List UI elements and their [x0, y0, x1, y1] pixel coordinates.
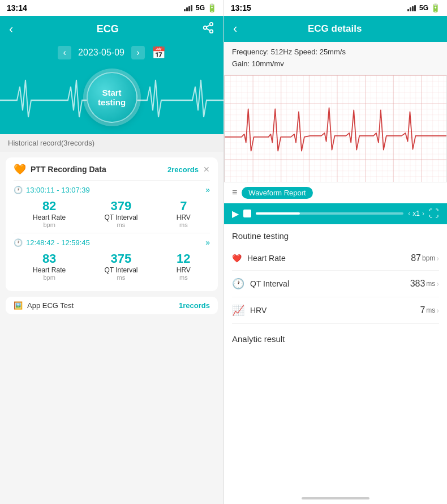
right-signal-bars — [407, 5, 416, 11]
left-battery-icon: 🔋 — [207, 3, 217, 12]
date-display: 2023-05-09 — [78, 48, 124, 58]
speed-prev-button[interactable]: ‹ — [408, 210, 410, 217]
speed-control: ‹ x1 › — [408, 210, 424, 217]
left-panel: 13:14 5G 🔋 ‹ ECG ‹ 2023-05-09 › 📅 — [0, 0, 224, 504]
ecg-info-line1: Frequency: 512Hz Speed: 25mm/s — [232, 46, 439, 58]
signal-bar-4 — [191, 5, 192, 11]
hrv-chevron: › — [436, 306, 439, 315]
hr-metric-2: 83 Heart Rate bpm — [33, 251, 66, 281]
qt-value-1: 379 — [104, 199, 137, 213]
right-battery-icon: 🔋 — [431, 3, 440, 12]
hrv-metric-1: 7 HRV ms — [177, 199, 191, 228]
hrv-metric-2: 12 HRV ms — [177, 251, 191, 281]
playback-bar: ▶ ‹ x1 › ⛶ — [224, 203, 447, 224]
record-time-row-2[interactable]: 🕐 12:48:42 - 12:59:45 » — [14, 238, 210, 247]
metrics-row-1: 82 Heart Rate bpm 379 QT Interval ms 7 H… — [14, 199, 210, 228]
date-prev-button[interactable]: ‹ — [58, 46, 71, 59]
start-btn-line1: Start — [102, 88, 121, 97]
stop-button[interactable] — [243, 210, 251, 217]
heart-rate-label: Heart Rate — [247, 254, 286, 263]
app-ecg-header: 🖼️ App ECG Test 1records — [14, 301, 210, 310]
ecg-info: Frequency: 512Hz Speed: 25mm/s Gain: 10m… — [224, 42, 447, 75]
entry1-chevron: » — [205, 185, 210, 194]
left-header: ‹ ECG — [0, 16, 224, 42]
routine-title: Routine testing — [232, 231, 439, 241]
home-indicator — [302, 497, 369, 499]
play-button[interactable]: ▶ — [232, 208, 239, 219]
ptt-title-label: PTT Recording Data — [31, 165, 106, 174]
left-time: 13:14 — [7, 3, 27, 12]
qt-metric-2: 375 QT Interval ms — [104, 251, 137, 281]
ptt-count-row: 2records ✕ — [167, 165, 210, 174]
start-testing-button[interactable]: Start testing — [87, 72, 137, 123]
hrv-label: HRV — [250, 306, 267, 315]
fullscreen-button[interactable]: ⛶ — [429, 208, 439, 220]
date-navigation: ‹ 2023-05-09 › 📅 — [0, 42, 224, 66]
hr-value-1: 82 — [33, 199, 66, 213]
left-status-icons: 5G 🔋 — [184, 3, 217, 12]
app-ecg-label: App ECG Test — [27, 301, 74, 310]
ptt-icon: 🧡 — [14, 163, 26, 176]
ptt-record-group: 🧡 PTT Recording Data 2records ✕ 🕐 13:00:… — [6, 157, 218, 291]
hrv-value-2: 12 — [177, 251, 191, 266]
hrv-right: 7 ms › — [420, 305, 439, 315]
qt-interval-icon: 🕐 — [232, 277, 244, 290]
qt-interval-unit: ms — [426, 280, 435, 288]
left-title: ECG — [97, 23, 119, 35]
waveform-icon: ≡ — [232, 187, 237, 198]
svg-line-4 — [207, 25, 210, 27]
share-icon — [202, 22, 214, 34]
hrv-item[interactable]: 📈 HRV 7 ms › — [232, 297, 439, 324]
qt-value-2: 375 — [104, 251, 137, 266]
ecg-chart — [224, 75, 447, 182]
progress-bar[interactable] — [256, 212, 403, 215]
left-share-button[interactable] — [202, 22, 214, 37]
hrv-unit-2: ms — [177, 274, 191, 281]
signal-bar-3 — [188, 6, 190, 11]
date-next-button[interactable]: › — [131, 46, 145, 59]
qt-interval-item[interactable]: 🕐 QT Interval 383 ms › — [232, 271, 439, 297]
left-back-button[interactable]: ‹ — [9, 22, 13, 37]
speed-next-button[interactable]: › — [422, 210, 424, 217]
time-range-1: 🕐 13:00:11 - 13:07:39 — [14, 186, 90, 194]
time-range-label-2: 12:48:42 - 12:59:45 — [26, 238, 90, 247]
historical-bar: Historical record(3records) — [0, 134, 224, 152]
hr-label-1: Heart Rate — [33, 213, 66, 221]
clock-icon-1: 🕐 — [14, 186, 23, 194]
app-ecg-title-row: 🖼️ App ECG Test — [14, 301, 74, 310]
ecg-grid-svg — [225, 75, 446, 182]
qt-interval-right: 383 ms › — [410, 279, 439, 289]
speed-label: x1 — [412, 210, 420, 217]
qt-label-2: QT Interval — [104, 266, 137, 274]
qt-unit-2: ms — [104, 274, 137, 281]
hrv-unit-1: ms — [177, 221, 191, 228]
records-section: 🧡 PTT Recording Data 2records ✕ 🕐 13:00:… — [0, 152, 224, 504]
qt-interval-left: 🕐 QT Interval — [232, 277, 289, 290]
ptt-count: 2records — [167, 165, 199, 174]
right-back-button[interactable]: ‹ — [233, 22, 237, 36]
record-time-row-1[interactable]: 🕐 13:00:11 - 13:07:39 » — [14, 185, 210, 194]
hrv-value-1: 7 — [177, 199, 191, 213]
waveform-row: ≡ Waveform Report — [224, 182, 447, 203]
hr-unit-1: bpm — [33, 221, 66, 228]
qt-interval-value: 383 — [410, 279, 425, 289]
heart-rate-item[interactable]: ❤️ Heart Rate 87 bpm › — [232, 246, 439, 271]
metrics-row-2: 83 Heart Rate bpm 375 QT Interval ms 12 … — [14, 251, 210, 281]
signal-bars — [184, 5, 192, 11]
heart-rate-left: ❤️ Heart Rate — [232, 254, 286, 263]
hr-unit-2: bpm — [33, 274, 66, 281]
hrv-label-2: HRV — [177, 266, 191, 274]
calendar-icon[interactable]: 📅 — [152, 46, 166, 59]
waveform-report-button[interactable]: Waveform Report — [242, 187, 312, 199]
heart-rate-unit: bpm — [422, 254, 435, 262]
progress-fill — [256, 212, 300, 215]
right-time: 13:15 — [231, 3, 251, 12]
hr-value-2: 83 — [33, 251, 66, 266]
app-ecg-group: 🖼️ App ECG Test 1records — [6, 297, 218, 314]
analytic-section: Analytic result — [224, 327, 447, 353]
ptt-close-button[interactable]: ✕ — [203, 165, 210, 174]
left-status-bar: 13:14 5G 🔋 — [0, 0, 224, 16]
qt-metric-1: 379 QT Interval ms — [104, 199, 137, 228]
svg-rect-6 — [225, 75, 446, 182]
ptt-group-title: 🧡 PTT Recording Data — [14, 163, 106, 176]
